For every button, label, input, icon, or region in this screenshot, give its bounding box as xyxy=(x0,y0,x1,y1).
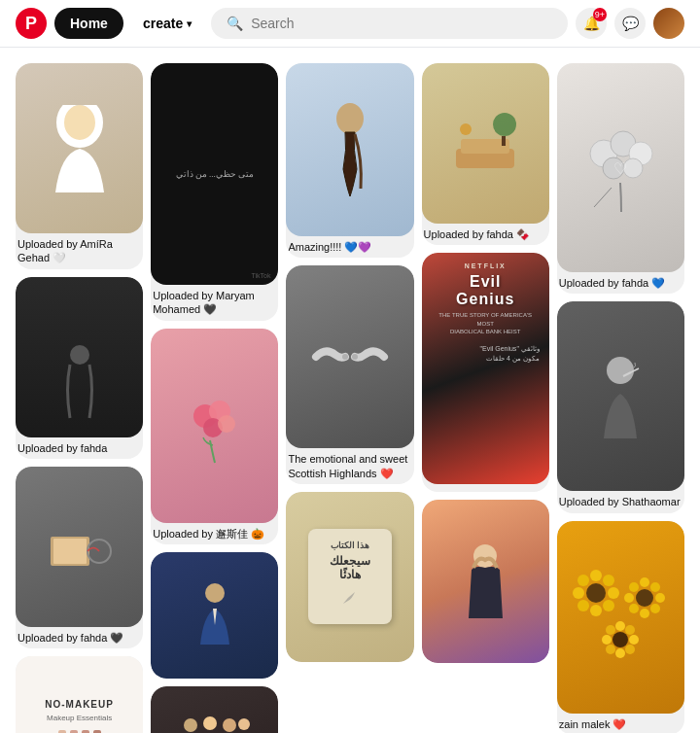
no-makeup-subtitle: Makeup Essentials xyxy=(47,714,112,722)
silhouette-illustration xyxy=(55,340,104,428)
pinterest-logo[interactable]: P xyxy=(16,8,47,39)
svg-point-41 xyxy=(650,582,660,592)
svg-rect-4 xyxy=(53,539,87,564)
notification-bell-button[interactable]: 🔔 9+ xyxy=(576,8,607,39)
svg-point-12 xyxy=(203,716,217,730)
svg-point-52 xyxy=(625,645,635,654)
svg-point-32 xyxy=(603,575,614,586)
pin-card[interactable]: Amazing!!!! 💙💜 xyxy=(286,63,413,258)
message-button[interactable]: 💬 xyxy=(614,8,646,39)
svg-point-42 xyxy=(655,593,665,603)
arabic-book-title: هذا الكتاب xyxy=(324,541,376,550)
pin-card[interactable]: Uploaded by AmíRa Gehad 🤍 xyxy=(16,63,143,269)
message-icon: 💬 xyxy=(622,16,639,31)
evil-genius-title: EvilGenius xyxy=(456,273,514,307)
search-input[interactable] xyxy=(251,16,552,31)
svg-point-31 xyxy=(590,570,602,581)
svg-point-48 xyxy=(612,632,628,647)
svg-point-49 xyxy=(615,621,625,631)
pin-card[interactable]: ♡ Uploaded by fahda 💙 xyxy=(557,63,684,294)
svg-point-14 xyxy=(238,718,250,730)
woman-braid-illustration xyxy=(326,101,374,198)
header-icons: 🔔 9+ 💬 xyxy=(576,8,684,39)
svg-point-39 xyxy=(636,589,653,607)
svg-point-36 xyxy=(578,600,589,611)
pin-caption: Uploaded by fahda 🖤 xyxy=(16,627,143,648)
pin-card[interactable]: Uploaded by fahda xyxy=(16,277,143,459)
svg-point-45 xyxy=(629,604,639,613)
pin-column-0: Uploaded by AmíRa Gehad 🤍 Uploaded by fa… xyxy=(16,63,143,733)
svg-point-53 xyxy=(615,648,625,658)
svg-point-51 xyxy=(629,635,639,645)
pin-caption: The emotional and sweet Scottish Highlan… xyxy=(286,448,413,484)
pin-card[interactable] xyxy=(151,686,278,733)
pin-card[interactable]: The emotional and sweet Scottish Highlan… xyxy=(286,265,413,484)
pin-column-3: Uploaded by fahda 🍫 NETFLIX EvilGenius T… xyxy=(422,63,549,663)
pin-grid: Uploaded by AmíRa Gehad 🤍 Uploaded by fa… xyxy=(0,48,700,733)
svg-point-11 xyxy=(184,718,197,732)
svg-point-34 xyxy=(603,600,614,611)
living-room-illustration xyxy=(451,110,519,178)
header: P Home create ▾ 🔍 🔔 9+ 💬 xyxy=(0,0,700,48)
svg-point-22 xyxy=(460,123,472,135)
svg-point-30 xyxy=(586,583,606,603)
create-nav-button[interactable]: create ▾ xyxy=(131,8,203,39)
avatar[interactable] xyxy=(653,8,684,39)
pin-caption: Uploaded by Shathaomar xyxy=(557,491,684,512)
svg-point-20 xyxy=(493,113,516,136)
girl-sunset-illustration xyxy=(464,541,508,623)
svg-point-54 xyxy=(606,645,615,654)
pin-caption: Uploaded by 邂斯佳 🎃 xyxy=(151,523,278,544)
chevron-down-icon: ▾ xyxy=(187,18,192,29)
pin-card[interactable]: Uploaded by fahda 🖤 xyxy=(16,467,143,648)
svg-point-47 xyxy=(629,582,639,592)
pin-card[interactable] xyxy=(151,552,278,679)
pin-card[interactable]: Uploaded by fahda 🍫 xyxy=(422,63,549,245)
arabic-book-subtitle: سيجعلك هادئًا xyxy=(324,554,376,581)
svg-point-55 xyxy=(602,635,612,645)
pin-caption: Uploaded by Maryam Mohamed 🖤 xyxy=(151,285,278,321)
tiktok-watermark: TikTok xyxy=(251,272,270,279)
svg-point-15 xyxy=(336,103,364,134)
pin-column-2: Amazing!!!! 💙💜 The emotional and sweet S… xyxy=(286,63,413,662)
home-nav-button[interactable]: Home xyxy=(54,8,123,39)
search-bar[interactable]: 🔍 xyxy=(211,8,568,39)
search-icon: 🔍 xyxy=(227,16,243,31)
create-label: create xyxy=(143,16,183,31)
svg-point-38 xyxy=(578,575,589,586)
pin-card[interactable]: Uploaded by Shathaomar xyxy=(557,301,684,512)
svg-point-50 xyxy=(625,625,635,635)
svg-point-33 xyxy=(608,587,619,599)
svg-point-17 xyxy=(352,354,358,360)
svg-point-43 xyxy=(650,604,660,613)
svg-point-13 xyxy=(223,718,236,732)
pin-caption: zain malek ❤️ xyxy=(557,714,684,733)
no-makeup-title: NO-MAKEUP xyxy=(45,699,114,710)
man-suit-illustration xyxy=(195,581,234,649)
svg-point-56 xyxy=(606,625,615,635)
arabic-quote-text: متى حظي... من ذاتي xyxy=(176,167,255,181)
evil-genius-subtitle: THE TRUE STORY OF AMERICA'S MOSTDIABOLIC… xyxy=(432,311,540,335)
man-smoking-illustration xyxy=(596,353,645,440)
hands-illustration xyxy=(311,328,389,386)
svg-point-2 xyxy=(70,345,89,365)
netflix-label: NETFLIX xyxy=(465,262,507,269)
pin-card[interactable]: NETFLIX EvilGenius THE TRUE STORY OF AME… xyxy=(422,253,549,492)
svg-point-9 xyxy=(218,415,235,433)
pin-caption: Uploaded by fahda xyxy=(16,437,143,459)
svg-rect-21 xyxy=(502,136,506,146)
roses-illustration xyxy=(186,387,244,465)
hijab-woman-illustration xyxy=(51,105,109,192)
arabic-description: وثائقي "Evil Genius"مكون من 4 حلقات xyxy=(432,344,540,365)
pin-card[interactable]: متى حظي... من ذاتي TikTok Uploaded by Ma… xyxy=(151,63,278,321)
pin-card[interactable]: Uploaded by 邂斯佳 🎃 xyxy=(151,329,278,544)
pin-caption: Uploaded by AmíRa Gehad 🤍 xyxy=(16,233,143,269)
group-illustration xyxy=(176,706,254,733)
pin-card[interactable]: zain malek ❤️ xyxy=(557,521,684,733)
pin-card[interactable]: هذا الكتاب سيجعلك هادئًا xyxy=(286,492,413,662)
pin-card[interactable]: NO-MAKEUP Makeup Essentials xyxy=(16,656,143,733)
svg-point-40 xyxy=(640,577,649,587)
pin-caption: Uploaded by fahda 🍫 xyxy=(422,224,549,245)
svg-point-46 xyxy=(624,593,634,603)
pin-card[interactable] xyxy=(422,500,549,663)
